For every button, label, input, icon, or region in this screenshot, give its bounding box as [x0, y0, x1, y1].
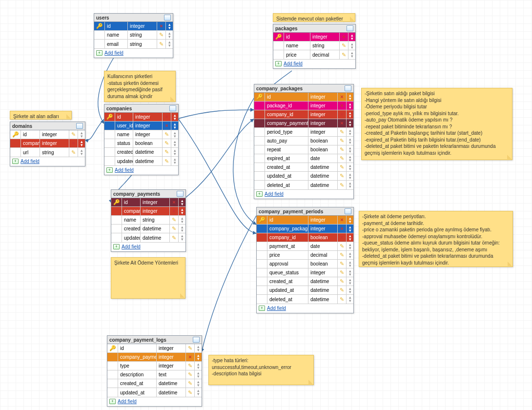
- edit-icon[interactable]: ✎: [338, 277, 347, 286]
- reorder-handle[interactable]: ▴▾: [195, 353, 202, 361]
- field-row[interactable]: emailstring✎▴▾: [94, 40, 173, 48]
- edit-icon[interactable]: ✎: [163, 157, 171, 165]
- delete-icon[interactable]: ×: [338, 233, 347, 242]
- reorder-handle[interactable]: ▴▾: [347, 286, 353, 294]
- field-row[interactable]: created_atdatetime✎▴▾: [257, 277, 353, 286]
- reorder-handle[interactable]: ▴▾: [179, 225, 185, 233]
- reorder-handle[interactable]: ▴▾: [347, 268, 353, 277]
- delete-icon[interactable]: ×: [170, 207, 179, 215]
- reorder-handle[interactable]: ▴▾: [347, 233, 353, 242]
- field-row[interactable]: created_atdatetime✎▴▾: [107, 379, 202, 388]
- reorder-handle[interactable]: ▴▾: [195, 388, 202, 397]
- field-row[interactable]: period_typeinteger✎▴▾: [254, 128, 353, 137]
- edit-icon[interactable]: ✎: [157, 40, 166, 48]
- add-field-link[interactable]: Add field: [111, 242, 185, 251]
- delete-icon[interactable]: ×: [340, 33, 348, 41]
- delete-icon[interactable]: ×: [157, 22, 166, 30]
- delete-icon[interactable]: ×: [69, 139, 78, 147]
- edit-icon[interactable]: ✎: [157, 31, 166, 39]
- field-row[interactable]: 🔑idinteger✎▴▾: [107, 344, 202, 353]
- edit-icon[interactable]: ✎: [186, 362, 195, 370]
- add-field-link[interactable]: Add field: [273, 59, 355, 68]
- field-row[interactable]: pricedecimal✎▴▾: [257, 251, 353, 260]
- delete-icon[interactable]: ×: [338, 119, 347, 127]
- reorder-handle[interactable]: ▴▾: [347, 295, 353, 304]
- reorder-handle[interactable]: ▴▾: [347, 102, 353, 110]
- edit-icon[interactable]: ✎: [186, 370, 195, 379]
- edit-icon[interactable]: ✎: [186, 379, 195, 388]
- field-row[interactable]: repeatboolean✎▴▾: [254, 145, 353, 154]
- reorder-handle[interactable]: ▴▾: [195, 370, 202, 379]
- reorder-handle[interactable]: ▴▾: [347, 251, 353, 259]
- field-row[interactable]: typeinteger✎▴▾: [107, 362, 202, 370]
- field-row[interactable]: 🔑idinteger×▴▾: [111, 198, 185, 207]
- edit-icon[interactable]: ✎: [163, 148, 171, 156]
- add-field-link[interactable]: Add field: [10, 157, 85, 166]
- edit-icon[interactable]: ✎: [170, 233, 179, 242]
- edit-icon[interactable]: ✎: [338, 286, 347, 294]
- reorder-handle[interactable]: ▴▾: [78, 130, 85, 139]
- entity-users[interactable]: users 🔑idinteger×▴▾namestring✎▴▾emailstr…: [94, 13, 173, 58]
- entity-companies[interactable]: companies 🔑idinteger×▴▾user_idinteger×▴▾…: [104, 104, 179, 175]
- edit-icon[interactable]: ✎: [340, 41, 348, 50]
- edit-icon[interactable]: ✎: [170, 216, 179, 224]
- field-row[interactable]: updated_atdatetime✎▴▾: [254, 172, 353, 181]
- reorder-handle[interactable]: ▴▾: [195, 344, 202, 352]
- field-row[interactable]: updated_atdatetime✎▴▾: [107, 388, 202, 397]
- reorder-handle[interactable]: ▴▾: [347, 93, 353, 101]
- delete-icon[interactable]: ×: [338, 216, 347, 224]
- field-row[interactable]: pricedecimal✎▴▾: [273, 50, 355, 59]
- reorder-handle[interactable]: ▴▾: [171, 148, 178, 156]
- add-field-link[interactable]: Add field: [94, 48, 173, 58]
- field-row[interactable]: company_idboolean×▴▾: [257, 233, 353, 242]
- field-row[interactable]: 🔑idinteger×▴▾: [273, 33, 355, 41]
- add-field-link[interactable]: Add field: [104, 165, 178, 175]
- field-row[interactable]: company_idinteger×▴▾: [10, 139, 85, 148]
- field-row[interactable]: namestring✎▴▾: [111, 216, 185, 225]
- reorder-handle[interactable]: ▴▾: [347, 172, 353, 180]
- field-row[interactable]: descriptiontext✎▴▾: [107, 370, 202, 379]
- field-row[interactable]: company_idinteger×▴▾: [254, 110, 353, 119]
- reorder-handle[interactable]: ▴▾: [347, 119, 353, 127]
- reorder-handle[interactable]: ▴▾: [348, 50, 355, 59]
- add-field-link[interactable]: Add field: [254, 189, 353, 199]
- edit-icon[interactable]: ✎: [338, 268, 347, 277]
- reorder-handle[interactable]: ▴▾: [347, 277, 353, 286]
- entity-packages[interactable]: packages 🔑idinteger×▴▾namestring✎▴▾price…: [273, 24, 356, 69]
- reorder-handle[interactable]: ▴▾: [171, 139, 178, 147]
- delete-icon[interactable]: ×: [338, 110, 347, 119]
- edit-icon[interactable]: ✎: [338, 154, 347, 163]
- edit-icon[interactable]: ✎: [338, 145, 347, 154]
- delete-icon[interactable]: ×: [163, 113, 171, 121]
- reorder-handle[interactable]: ▴▾: [195, 379, 202, 388]
- entity-company-packages[interactable]: company_packages 🔑idinteger×▴▾package_id…: [254, 84, 354, 199]
- entity-domains[interactable]: domains 🔑idinteger✎▴▾company_idinteger×▴…: [10, 122, 85, 166]
- field-row[interactable]: expired_atdate✎▴▾: [254, 154, 353, 163]
- reorder-handle[interactable]: ▴▾: [78, 139, 85, 147]
- field-row[interactable]: company_payment_idinteger×▴▾: [254, 119, 353, 128]
- reorder-handle[interactable]: ▴▾: [347, 225, 353, 233]
- field-row[interactable]: approvalboolean✎▴▾: [257, 260, 353, 268]
- reorder-handle[interactable]: ▴▾: [195, 362, 202, 370]
- field-row[interactable]: updated_atdatetime✎▴▾: [111, 233, 185, 242]
- field-row[interactable]: created_atdatetime✎▴▾: [111, 225, 185, 233]
- edit-icon[interactable]: ✎: [338, 295, 347, 304]
- reorder-handle[interactable]: ▴▾: [179, 207, 185, 215]
- entity-company-payment-periods[interactable]: company_payment_periods 🔑idinteger×▴▾com…: [256, 207, 354, 313]
- field-row[interactable]: nameinteger✎▴▾: [104, 130, 178, 139]
- edit-icon[interactable]: ✎: [338, 260, 347, 268]
- field-row[interactable]: 🔑idinteger×▴▾: [94, 22, 173, 31]
- field-row[interactable]: user_idinteger×▴▾: [104, 122, 178, 130]
- delete-icon[interactable]: ×: [338, 93, 347, 101]
- edit-icon[interactable]: ✎: [170, 225, 179, 233]
- reorder-handle[interactable]: ▴▾: [347, 110, 353, 119]
- entity-company-payment-logs[interactable]: company_payment_logs 🔑idinteger✎▴▾compan…: [107, 335, 202, 407]
- field-row[interactable]: 🔑idinteger✎▴▾: [10, 130, 85, 139]
- field-row[interactable]: 🔑idinteger×▴▾: [257, 216, 353, 225]
- field-row[interactable]: updated_atdatetime✎▴▾: [257, 286, 353, 295]
- add-field-link[interactable]: Add field: [257, 304, 353, 313]
- field-row[interactable]: auto_payboolean✎▴▾: [254, 137, 353, 145]
- edit-icon[interactable]: ✎: [340, 50, 348, 59]
- reorder-handle[interactable]: ▴▾: [78, 148, 85, 157]
- reorder-handle[interactable]: ▴▾: [347, 260, 353, 268]
